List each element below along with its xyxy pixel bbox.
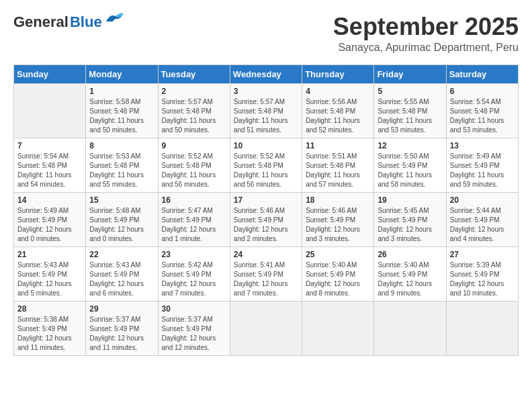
logo-general: General: [13, 13, 69, 31]
calendar-cell: 28Sunrise: 5:38 AM Sunset: 5:49 PM Dayli…: [14, 301, 86, 355]
col-header-tuesday: Tuesday: [158, 64, 230, 83]
day-info: Sunrise: 5:54 AM Sunset: 5:48 PM Dayligh…: [450, 98, 504, 134]
calendar-week-row: 28Sunrise: 5:38 AM Sunset: 5:49 PM Dayli…: [14, 301, 519, 355]
day-number: 4: [306, 87, 370, 96]
calendar-cell: [446, 301, 518, 355]
calendar-table: SundayMondayTuesdayWednesdayThursdayFrid…: [13, 64, 519, 356]
day-number: 3: [234, 87, 298, 96]
day-info: Sunrise: 5:50 AM Sunset: 5:49 PM Dayligh…: [378, 152, 432, 188]
calendar-cell: 20Sunrise: 5:44 AM Sunset: 5:49 PM Dayli…: [446, 192, 518, 246]
col-header-wednesday: Wednesday: [230, 64, 302, 83]
calendar-header-row: SundayMondayTuesdayWednesdayThursdayFrid…: [14, 64, 519, 83]
day-info: Sunrise: 5:38 AM Sunset: 5:49 PM Dayligh…: [17, 316, 72, 351]
day-info: Sunrise: 5:44 AM Sunset: 5:49 PM Dayligh…: [450, 207, 504, 242]
calendar-cell: 12Sunrise: 5:50 AM Sunset: 5:49 PM Dayli…: [374, 138, 446, 192]
day-number: 18: [306, 195, 370, 205]
calendar-cell: 22Sunrise: 5:43 AM Sunset: 5:49 PM Dayli…: [86, 246, 158, 301]
day-info: Sunrise: 5:53 AM Sunset: 5:48 PM Dayligh…: [89, 152, 144, 188]
calendar-cell: [302, 301, 374, 355]
day-info: Sunrise: 5:40 AM Sunset: 5:49 PM Dayligh…: [306, 261, 360, 297]
logo-bird-icon: [105, 12, 125, 27]
day-number: 12: [378, 141, 442, 150]
calendar-cell: 16Sunrise: 5:47 AM Sunset: 5:49 PM Dayli…: [158, 192, 230, 246]
logo-blue: Blue: [70, 13, 102, 31]
day-number: 27: [450, 250, 515, 259]
calendar-cell: 14Sunrise: 5:49 AM Sunset: 5:49 PM Dayli…: [14, 192, 86, 246]
day-info: Sunrise: 5:51 AM Sunset: 5:48 PM Dayligh…: [306, 152, 360, 188]
day-info: Sunrise: 5:37 AM Sunset: 5:49 PM Dayligh…: [89, 316, 144, 351]
calendar-cell: 29Sunrise: 5:37 AM Sunset: 5:49 PM Dayli…: [86, 301, 158, 355]
calendar-cell: 25Sunrise: 5:40 AM Sunset: 5:49 PM Dayli…: [302, 246, 374, 301]
calendar-cell: [374, 301, 446, 355]
day-number: 30: [162, 304, 226, 314]
day-number: 11: [306, 141, 370, 150]
calendar-week-row: 7Sunrise: 5:54 AM Sunset: 5:48 PM Daylig…: [14, 138, 519, 192]
calendar-cell: 27Sunrise: 5:39 AM Sunset: 5:49 PM Dayli…: [446, 246, 518, 301]
day-info: Sunrise: 5:45 AM Sunset: 5:49 PM Dayligh…: [378, 207, 432, 242]
day-info: Sunrise: 5:57 AM Sunset: 5:48 PM Dayligh…: [234, 98, 288, 134]
calendar-cell: [230, 301, 302, 355]
day-number: 26: [378, 250, 442, 259]
day-info: Sunrise: 5:52 AM Sunset: 5:48 PM Dayligh…: [162, 152, 216, 188]
calendar-cell: 13Sunrise: 5:49 AM Sunset: 5:49 PM Dayli…: [446, 138, 518, 192]
col-header-thursday: Thursday: [302, 64, 374, 83]
calendar-week-row: 14Sunrise: 5:49 AM Sunset: 5:49 PM Dayli…: [14, 192, 519, 246]
location-subtitle: Sanayca, Apurimac Department, Peru: [333, 42, 519, 54]
calendar-cell: 10Sunrise: 5:52 AM Sunset: 5:48 PM Dayli…: [230, 138, 302, 192]
logo: General Blue: [13, 13, 125, 31]
day-number: 5: [378, 87, 442, 96]
day-number: 20: [450, 195, 515, 205]
day-info: Sunrise: 5:58 AM Sunset: 5:48 PM Dayligh…: [89, 98, 144, 134]
day-info: Sunrise: 5:43 AM Sunset: 5:49 PM Dayligh…: [17, 261, 72, 297]
calendar-cell: 15Sunrise: 5:48 AM Sunset: 5:49 PM Dayli…: [86, 192, 158, 246]
calendar-cell: 7Sunrise: 5:54 AM Sunset: 5:48 PM Daylig…: [14, 138, 86, 192]
day-number: 25: [306, 250, 370, 259]
calendar-cell: 3Sunrise: 5:57 AM Sunset: 5:48 PM Daylig…: [230, 83, 302, 138]
col-header-saturday: Saturday: [446, 64, 518, 83]
day-info: Sunrise: 5:57 AM Sunset: 5:48 PM Dayligh…: [162, 98, 216, 134]
calendar-cell: 26Sunrise: 5:40 AM Sunset: 5:49 PM Dayli…: [374, 246, 446, 301]
calendar-cell: 23Sunrise: 5:42 AM Sunset: 5:49 PM Dayli…: [158, 246, 230, 301]
day-info: Sunrise: 5:37 AM Sunset: 5:49 PM Dayligh…: [162, 316, 216, 351]
calendar-week-row: 21Sunrise: 5:43 AM Sunset: 5:49 PM Dayli…: [14, 246, 519, 301]
col-header-friday: Friday: [374, 64, 446, 83]
calendar-cell: 21Sunrise: 5:43 AM Sunset: 5:49 PM Dayli…: [14, 246, 86, 301]
day-info: Sunrise: 5:41 AM Sunset: 5:49 PM Dayligh…: [234, 261, 288, 297]
day-number: 23: [162, 250, 226, 259]
day-number: 22: [89, 250, 154, 259]
calendar-cell: 11Sunrise: 5:51 AM Sunset: 5:48 PM Dayli…: [302, 138, 374, 192]
day-info: Sunrise: 5:49 AM Sunset: 5:49 PM Dayligh…: [17, 207, 72, 242]
calendar-cell: 8Sunrise: 5:53 AM Sunset: 5:48 PM Daylig…: [86, 138, 158, 192]
day-number: 28: [17, 304, 82, 314]
day-number: 8: [89, 141, 154, 150]
day-number: 6: [450, 87, 515, 96]
day-info: Sunrise: 5:48 AM Sunset: 5:49 PM Dayligh…: [89, 207, 144, 242]
day-info: Sunrise: 5:43 AM Sunset: 5:49 PM Dayligh…: [89, 261, 144, 297]
day-info: Sunrise: 5:49 AM Sunset: 5:49 PM Dayligh…: [450, 152, 504, 188]
day-number: 29: [89, 304, 154, 314]
day-number: 1: [89, 87, 154, 96]
calendar-cell: 5Sunrise: 5:55 AM Sunset: 5:48 PM Daylig…: [374, 83, 446, 138]
day-info: Sunrise: 5:42 AM Sunset: 5:49 PM Dayligh…: [162, 261, 216, 297]
month-year-title: September 2025: [333, 13, 519, 40]
day-info: Sunrise: 5:52 AM Sunset: 5:48 PM Dayligh…: [234, 152, 288, 188]
calendar-cell: 2Sunrise: 5:57 AM Sunset: 5:48 PM Daylig…: [158, 83, 230, 138]
col-header-sunday: Sunday: [14, 64, 86, 83]
calendar-cell: 9Sunrise: 5:52 AM Sunset: 5:48 PM Daylig…: [158, 138, 230, 192]
day-number: 13: [450, 141, 515, 150]
calendar-cell: 30Sunrise: 5:37 AM Sunset: 5:49 PM Dayli…: [158, 301, 230, 355]
calendar-cell: 17Sunrise: 5:46 AM Sunset: 5:49 PM Dayli…: [230, 192, 302, 246]
day-number: 2: [162, 87, 226, 96]
calendar-cell: [14, 83, 86, 138]
day-number: 7: [17, 141, 82, 150]
day-number: 16: [162, 195, 226, 205]
day-number: 19: [378, 195, 442, 205]
day-info: Sunrise: 5:56 AM Sunset: 5:48 PM Dayligh…: [306, 98, 360, 134]
day-info: Sunrise: 5:40 AM Sunset: 5:49 PM Dayligh…: [378, 261, 432, 297]
day-number: 10: [234, 141, 298, 150]
day-number: 15: [89, 195, 154, 205]
day-number: 9: [162, 141, 226, 150]
day-number: 17: [234, 195, 298, 205]
day-info: Sunrise: 5:39 AM Sunset: 5:49 PM Dayligh…: [450, 261, 504, 297]
day-info: Sunrise: 5:46 AM Sunset: 5:49 PM Dayligh…: [234, 207, 288, 242]
